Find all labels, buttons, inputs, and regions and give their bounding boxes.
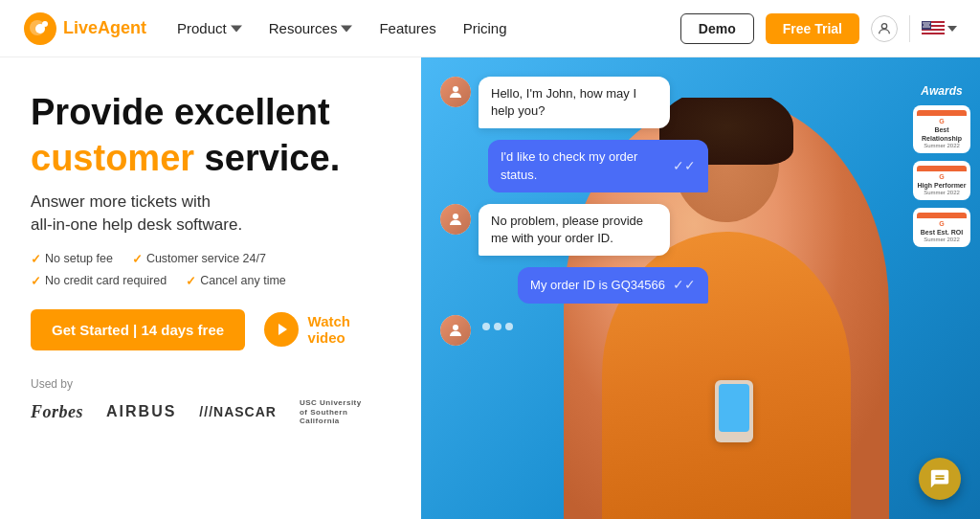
chat-area: Hello, I'm John, how may I help you? I'd… bbox=[440, 77, 708, 357]
svg-point-12 bbox=[924, 22, 926, 24]
svg-rect-9 bbox=[922, 34, 945, 36]
badge-no-setup: ✓ No setup fee bbox=[31, 252, 113, 266]
svg-point-24 bbox=[453, 214, 458, 219]
forbes-logo: Forbes bbox=[31, 402, 83, 422]
bubble-msg3: No problem, please provide me with your … bbox=[479, 204, 670, 256]
typing-dots bbox=[479, 315, 517, 338]
chat-widget-button[interactable] bbox=[919, 458, 961, 500]
award-best-relationship: G Best Relationship Summer 2022 bbox=[913, 105, 970, 153]
flag-icon bbox=[922, 21, 945, 36]
demo-button[interactable]: Demo bbox=[680, 13, 754, 44]
svg-point-4 bbox=[881, 23, 886, 28]
svg-point-15 bbox=[924, 24, 925, 26]
badge-no-credit: ✓ No credit card required bbox=[31, 274, 167, 288]
used-by: Used by Forbes AIRBUS ///NASCAR USC Univ… bbox=[31, 377, 390, 426]
svg-point-21 bbox=[928, 26, 930, 28]
bubble-msg4: My order ID is GQ34566 ✓✓ bbox=[518, 267, 708, 304]
svg-point-13 bbox=[926, 22, 928, 24]
typing-indicator bbox=[440, 315, 708, 346]
nav-actions: Demo Free Trial bbox=[680, 13, 957, 44]
usc-logo: USC University of Southern California bbox=[300, 398, 367, 426]
hero-right: Hello, I'm John, how may I help you? I'd… bbox=[421, 57, 980, 519]
svg-rect-8 bbox=[922, 31, 945, 33]
logo[interactable]: LiveAgent bbox=[23, 11, 146, 46]
nav-resources[interactable]: Resources bbox=[269, 20, 353, 36]
user-icon[interactable] bbox=[871, 15, 898, 42]
nav-links: Product Resources Features Pricing bbox=[177, 20, 680, 36]
awards-panel: Awards G Best Relationship Summer 2022 G… bbox=[903, 77, 980, 255]
svg-point-18 bbox=[923, 26, 924, 28]
play-icon bbox=[264, 312, 298, 347]
nav-features[interactable]: Features bbox=[379, 20, 435, 36]
read-receipt-2: ✓✓ bbox=[673, 276, 696, 295]
navbar: LiveAgent Product Resources Features Pri… bbox=[0, 0, 980, 57]
chat-widget-icon bbox=[929, 468, 950, 489]
hero-left: Provide excellent customer service. Answ… bbox=[0, 57, 421, 519]
svg-marker-22 bbox=[278, 324, 287, 335]
svg-point-20 bbox=[926, 26, 928, 28]
chat-message-2: I'd like to check my order status. ✓✓ bbox=[440, 140, 708, 192]
chat-message-3: No problem, please provide me with your … bbox=[440, 204, 708, 256]
hero-badges: ✓ No setup fee ✓ Customer service 24/7 ✓… bbox=[31, 252, 390, 288]
bubble-msg1: Hello, I'm John, how may I help you? bbox=[479, 77, 670, 128]
brand-logos: Forbes AIRBUS ///NASCAR USC University o… bbox=[31, 398, 390, 426]
logo-icon bbox=[23, 11, 57, 46]
watch-video-button[interactable]: Watch video bbox=[264, 312, 390, 347]
airbus-logo: AIRBUS bbox=[106, 403, 176, 420]
get-started-button[interactable]: Get Started | 14 days free bbox=[31, 309, 245, 350]
nav-divider bbox=[909, 15, 910, 42]
nav-pricing[interactable]: Pricing bbox=[463, 20, 507, 36]
chat-message-1: Hello, I'm John, how may I help you? bbox=[440, 77, 708, 128]
svg-point-17 bbox=[927, 24, 929, 26]
bubble-msg2: I'd like to check my order status. ✓✓ bbox=[488, 140, 708, 192]
hero-heading: Provide excellent customer service. bbox=[31, 92, 390, 179]
nascar-logo: ///NASCAR bbox=[199, 404, 277, 419]
svg-point-14 bbox=[928, 22, 930, 24]
svg-point-25 bbox=[453, 325, 458, 330]
svg-point-11 bbox=[923, 22, 924, 24]
nav-product[interactable]: Product bbox=[177, 20, 242, 36]
svg-point-23 bbox=[453, 86, 458, 92]
agent-avatar-2 bbox=[440, 204, 471, 235]
hero-cta: Get Started | 14 days free Watch video bbox=[31, 309, 390, 350]
badge-customer-service: ✓ Customer service 24/7 bbox=[132, 252, 266, 266]
language-selector[interactable] bbox=[922, 21, 957, 36]
chat-message-4: My order ID is GQ34566 ✓✓ bbox=[440, 267, 708, 304]
chevron-down-icon bbox=[947, 26, 957, 32]
hero-subheading: Answer more tickets with all-in-one help… bbox=[31, 191, 390, 237]
agent-avatar-1 bbox=[440, 77, 471, 107]
award-high-performer: G High Performer Summer 2022 bbox=[913, 161, 970, 200]
svg-point-3 bbox=[42, 21, 48, 27]
agent-avatar-3 bbox=[440, 315, 471, 346]
award-best-roi: G Best Est. ROI Summer 2022 bbox=[913, 208, 970, 247]
read-receipt: ✓✓ bbox=[673, 157, 696, 176]
free-trial-button[interactable]: Free Trial bbox=[766, 13, 859, 44]
main-content: Provide excellent customer service. Answ… bbox=[0, 57, 980, 519]
badge-cancel: ✓ Cancel any time bbox=[186, 274, 286, 288]
svg-point-16 bbox=[925, 24, 927, 26]
svg-point-19 bbox=[924, 26, 926, 28]
logo-text: LiveAgent bbox=[63, 18, 146, 38]
